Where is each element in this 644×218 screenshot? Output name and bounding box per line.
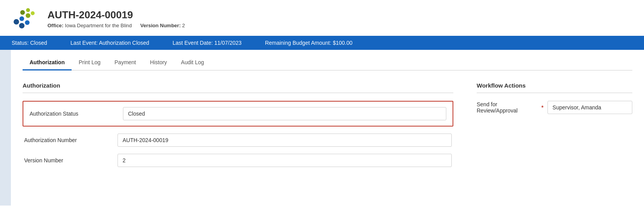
tabs-bar: Authorization Print Log Payment History … [23,54,632,70]
version-label: Version Number: [140,23,181,28]
auth-number-row: Authorization Number [23,134,453,147]
workflow-section-heading: Workflow Actions [477,82,632,89]
svg-point-4 [20,10,25,15]
remaining-budget: Remaining Budget Amount: $100.00 [265,40,353,46]
auth-status-input[interactable] [123,107,446,120]
left-nav-strip [0,50,11,206]
version-value: 2 [182,23,185,28]
main-layout: Authorization Print Log Payment History … [0,50,644,206]
svg-point-3 [25,20,30,25]
form-left: Authorization Authorization Status Autho… [23,82,453,174]
svg-point-5 [26,13,30,18]
svg-point-7 [31,11,35,15]
page-wrapper: AUTH-2024-00019 Office: Iowa Department … [0,0,644,218]
svg-point-6 [26,8,30,12]
tab-authorization[interactable]: Authorization [23,54,72,70]
office-label: Office: [47,23,63,28]
auth-number-input[interactable] [118,134,452,147]
logo-area [12,7,40,30]
header-meta: Office: Iowa Department for the Blind Ve… [47,23,185,28]
reviewer-input[interactable] [547,101,632,114]
auth-status-label: Authorization Status [30,111,123,117]
tab-audit-log[interactable]: Audit Log [174,54,211,70]
logo-icon [12,7,35,30]
tab-history[interactable]: History [143,54,174,70]
auth-status-row: Authorization Status [23,101,453,127]
workflow-divider [477,93,632,93]
form-section: Authorization Authorization Status Autho… [23,70,632,186]
office-value: Iowa Department for the Blind [65,23,132,28]
status-bar: Status: Closed Last Event: Authorization… [0,36,644,50]
svg-point-1 [19,23,25,28]
workflow-review-row: Send for Review/Approval * [477,101,632,114]
send-review-label: Send for Review/Approval [477,101,539,114]
form-section-heading: Authorization [23,82,453,89]
header-section: AUTH-2024-00019 Office: Iowa Department … [0,0,644,36]
header-title-block: AUTH-2024-00019 Office: Iowa Department … [47,9,185,28]
required-star: * [541,104,543,111]
tab-payment[interactable]: Payment [107,54,143,70]
svg-point-0 [14,19,19,25]
last-event-date: Last Event Date: 11/07/2023 [172,40,241,46]
version-number-input[interactable] [118,154,452,167]
form-divider [23,93,453,93]
tab-print-log[interactable]: Print Log [72,54,107,70]
svg-point-2 [19,16,24,21]
version-number-label: Version Number [24,157,118,164]
auth-number-label: Authorization Number [24,137,118,143]
auth-number-title: AUTH-2024-00019 [47,9,185,21]
last-event: Last Event: Authorization Closed [70,40,149,46]
status-closed: Status: Closed [12,40,47,46]
form-right: Workflow Actions Send for Review/Approva… [477,82,632,174]
version-number-row: Version Number [23,154,453,167]
content-area: Authorization Print Log Payment History … [11,50,644,206]
